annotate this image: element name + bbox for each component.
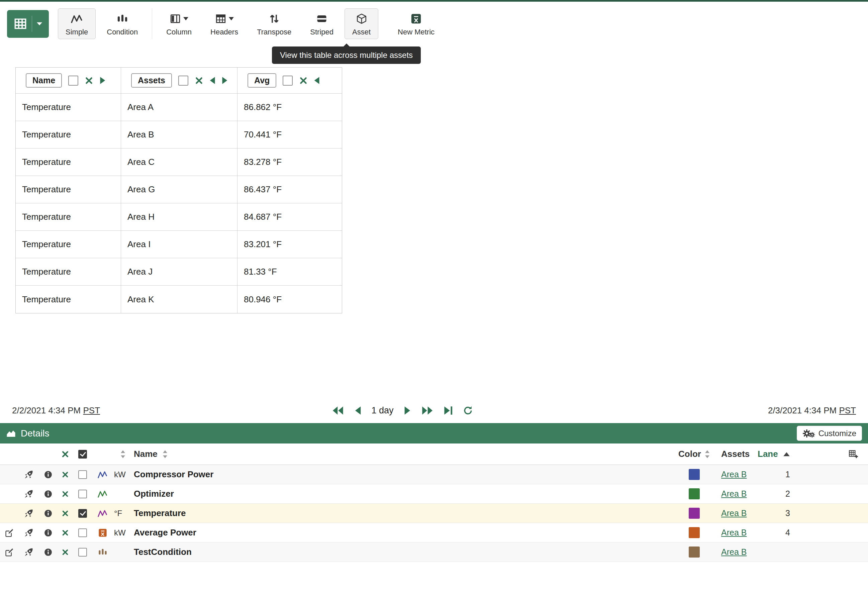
item-checkbox[interactable] xyxy=(78,470,87,479)
info-icon[interactable] xyxy=(44,509,53,518)
metric-type-icon xyxy=(98,528,107,538)
toolbar-button-transpose[interactable]: Transpose xyxy=(249,8,299,39)
range-start-timezone-link[interactable]: PST xyxy=(83,405,100,416)
info-icon[interactable] xyxy=(44,470,53,479)
toolbar-button-headers[interactable]: Headers xyxy=(203,8,246,39)
toolbar-label-condition: Condition xyxy=(107,28,138,36)
table-row: Temperature Area H 84.687 °F xyxy=(16,203,342,231)
detail-row-average-power[interactable]: kW Average Power Area B 4 xyxy=(0,523,868,542)
asset-link[interactable]: Area B xyxy=(721,489,747,499)
remove-all-icon[interactable] xyxy=(61,450,69,458)
column-avg-checkbox[interactable] xyxy=(283,75,293,85)
details-column-name[interactable]: Name xyxy=(134,449,158,459)
move-right-icon[interactable] xyxy=(100,77,105,84)
sort-color-icon[interactable] xyxy=(704,450,710,458)
investigate-rocket-icon[interactable] xyxy=(24,528,34,538)
step-forward-icon[interactable] xyxy=(404,405,412,416)
select-all-checkbox[interactable] xyxy=(78,450,87,458)
details-column-assets[interactable]: Assets xyxy=(721,449,750,459)
remove-column-icon[interactable] xyxy=(85,76,93,85)
toolbar-button-condition[interactable]: Condition xyxy=(99,8,146,39)
move-left-icon[interactable] xyxy=(314,77,320,84)
sort-type-icon[interactable] xyxy=(120,450,126,458)
table-row: Temperature Area J 81.33 °F xyxy=(16,258,342,286)
column-name-button[interactable]: Name xyxy=(26,73,62,88)
item-lane: 2 xyxy=(754,484,801,503)
details-panel-header: Details Customize xyxy=(0,423,868,444)
cell-name: Temperature xyxy=(16,286,121,313)
color-swatch[interactable] xyxy=(689,508,700,519)
remove-item-icon[interactable] xyxy=(62,471,69,478)
cell-avg: 70.441 °F xyxy=(238,121,342,149)
investigate-rocket-icon[interactable] xyxy=(24,547,34,557)
column-assets-button[interactable]: Assets xyxy=(131,73,172,88)
move-right-icon[interactable] xyxy=(222,77,227,84)
item-checkbox[interactable] xyxy=(78,528,87,537)
duration-label[interactable]: 1 day xyxy=(371,405,393,416)
sort-name-icon[interactable] xyxy=(162,450,168,458)
color-swatch[interactable] xyxy=(689,469,700,480)
details-column-color[interactable]: Color xyxy=(678,449,701,459)
toolbar-button-asset[interactable]: Asset xyxy=(344,8,378,39)
toolbar-button-striped[interactable]: Striped xyxy=(303,8,341,39)
step-back-icon[interactable] xyxy=(354,405,361,416)
asset-link[interactable]: Area B xyxy=(721,509,747,518)
remove-item-icon[interactable] xyxy=(62,510,69,517)
cell-asset: Area C xyxy=(121,149,238,176)
details-column-lane[interactable]: Lane xyxy=(757,449,778,459)
investigate-rocket-icon[interactable] xyxy=(24,489,34,499)
color-swatch[interactable] xyxy=(689,488,700,499)
edit-icon[interactable] xyxy=(5,528,14,538)
color-swatch[interactable] xyxy=(689,547,700,557)
step-back-full-icon[interactable] xyxy=(332,405,344,416)
step-forward-full-icon[interactable] xyxy=(421,405,434,416)
range-end-datetime: 2/3/2021 4:34 PM xyxy=(768,405,837,416)
toolbar-label-simple: Simple xyxy=(66,28,88,36)
details-title: Details xyxy=(21,428,50,439)
toolbar-button-column[interactable]: Column xyxy=(158,8,199,39)
toolbar-label-striped: Striped xyxy=(310,28,334,36)
remove-item-icon[interactable] xyxy=(62,548,69,556)
asset-link[interactable]: Area B xyxy=(721,528,747,538)
info-icon[interactable] xyxy=(44,548,53,557)
color-swatch[interactable] xyxy=(689,527,700,538)
item-checkbox[interactable] xyxy=(78,509,87,518)
investigate-rocket-icon[interactable] xyxy=(24,509,34,518)
info-icon[interactable] xyxy=(44,490,53,498)
detail-row-optimizer[interactable]: Optimizer Area B 2 xyxy=(0,484,868,504)
range-end-timezone-link[interactable]: PST xyxy=(839,405,856,416)
cell-avg: 83.278 °F xyxy=(238,149,342,176)
item-checkbox[interactable] xyxy=(78,490,87,498)
remove-column-icon[interactable] xyxy=(195,76,204,85)
customize-button[interactable]: Customize xyxy=(797,426,862,441)
auto-update-icon[interactable] xyxy=(463,405,473,416)
step-to-end-icon[interactable] xyxy=(444,405,453,416)
asset-link[interactable]: Area B xyxy=(721,547,747,557)
info-icon[interactable] xyxy=(44,528,53,537)
condition-type-icon xyxy=(98,547,107,557)
detail-row-testcondition[interactable]: TestCondition Area B xyxy=(0,542,868,562)
signal-icon xyxy=(71,13,83,25)
toolbar-button-simple[interactable]: Simple xyxy=(58,8,96,39)
toolbar-button-new-metric[interactable]: New Metric xyxy=(390,8,442,39)
remove-item-icon[interactable] xyxy=(62,490,69,498)
item-unit xyxy=(113,542,133,562)
column-assets-checkbox[interactable] xyxy=(178,75,188,85)
detail-row-temperature[interactable]: °F Temperature Area B 3 xyxy=(0,504,868,523)
page: Simple Condition Column Headers Transpos… xyxy=(0,0,868,594)
asset-link[interactable]: Area B xyxy=(721,470,747,479)
add-to-table-icon[interactable] xyxy=(849,450,858,459)
column-name-checkbox[interactable] xyxy=(68,75,78,85)
move-left-icon[interactable] xyxy=(210,77,216,84)
item-checkbox[interactable] xyxy=(78,548,87,557)
remove-item-icon[interactable] xyxy=(62,529,69,537)
table-view-split-button[interactable] xyxy=(7,10,49,38)
investigate-rocket-icon[interactable] xyxy=(24,470,34,479)
sort-ascending-icon[interactable] xyxy=(783,452,790,456)
item-unit: °F xyxy=(113,504,133,523)
detail-row-compressor-power[interactable]: kW Compressor Power Area B 1 xyxy=(0,465,868,484)
edit-icon[interactable] xyxy=(5,547,14,557)
column-avg-button[interactable]: Avg xyxy=(248,73,276,88)
remove-column-icon[interactable] xyxy=(299,76,308,85)
headers-icon xyxy=(215,13,226,24)
